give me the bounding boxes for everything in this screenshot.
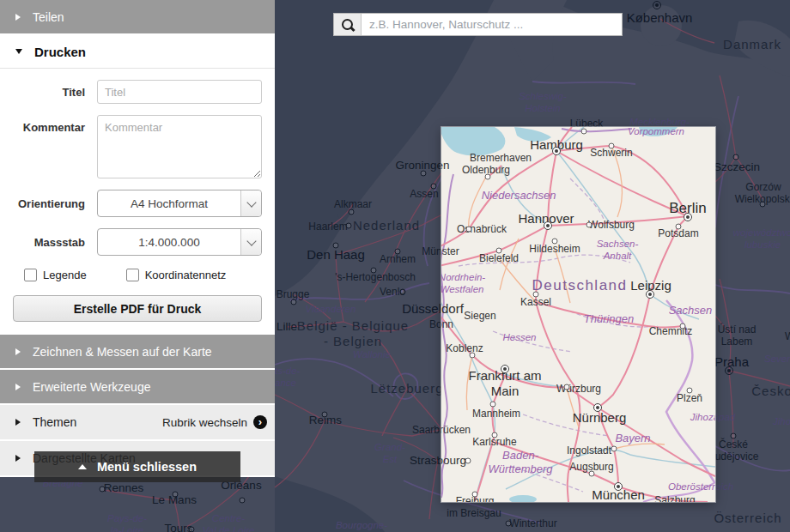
panel-label: Drucken <box>34 45 275 59</box>
panel-header-themen[interactable]: Themen Rubrik wechseln <box>0 405 275 439</box>
city-marker-icon <box>472 492 478 498</box>
city-marker-icon <box>470 353 476 359</box>
close-menu-button[interactable]: Menü schliessen <box>34 451 240 482</box>
city-marker-icon <box>333 243 339 249</box>
orientation-select[interactable]: A4 Hochformat <box>97 190 262 217</box>
legend-checkbox[interactable] <box>24 269 37 281</box>
create-pdf-button[interactable]: Erstelle PDF für Druck <box>13 295 262 322</box>
city-marker-icon <box>400 289 406 295</box>
city-marker-icon <box>552 239 558 245</box>
city-marker-icon <box>653 1 661 9</box>
city-marker-icon <box>421 171 427 177</box>
app-window: KøbenhavnDanmarkLübeckSzczecinGorzów Wie… <box>0 0 790 532</box>
city-marker-icon <box>349 209 355 215</box>
panel-header-werkzeuge[interactable]: Erweiterte Werkzeuge <box>0 370 275 403</box>
panel-label: Zeichnen & Messen auf der Karte <box>33 345 275 359</box>
city-marker-icon <box>492 432 498 438</box>
triangle-right-icon <box>15 419 21 426</box>
chevron-down-icon <box>246 236 256 245</box>
city-marker-icon <box>564 384 570 390</box>
city-marker-icon <box>533 292 539 298</box>
search-input[interactable] <box>362 14 622 35</box>
orientation-value: A4 Hochformat <box>98 190 240 216</box>
triangle-right-icon <box>15 14 21 21</box>
panel-header-teilen[interactable]: Teilen <box>0 0 275 33</box>
city-marker-icon <box>611 446 617 452</box>
sidebar-menu: Teilen Drucken Titel Kommentar Orientier… <box>0 0 275 477</box>
close-menu-label: Menü schliessen <box>97 460 197 474</box>
scale-select[interactable]: 1:4.000.000 <box>97 228 262 256</box>
city-marker-icon <box>609 143 615 149</box>
city-marker-icon <box>552 147 561 155</box>
city-marker-icon <box>490 402 496 408</box>
city-marker-icon <box>466 227 472 233</box>
dropdown-arrow <box>240 229 261 255</box>
panel-header-zeichnen[interactable]: Zeichnen & Messen auf der Karte <box>0 335 275 368</box>
city-marker-icon <box>760 202 766 208</box>
search-icon <box>342 19 353 30</box>
city-marker-icon <box>687 388 693 394</box>
city-marker-icon <box>189 527 195 532</box>
city-marker-icon <box>322 412 328 418</box>
scale-value: 1:4.000.000 <box>98 229 240 255</box>
city-marker-icon <box>684 213 692 221</box>
scale-label: Massstab <box>0 236 97 249</box>
city-marker-icon <box>544 221 552 230</box>
chevron-down-icon <box>246 197 256 207</box>
city-marker-icon <box>431 184 437 190</box>
city-marker-icon <box>676 224 682 230</box>
triangle-right-icon <box>15 348 21 355</box>
triangle-down-icon <box>15 49 22 54</box>
panel-header-drucken[interactable]: Drucken <box>0 35 275 69</box>
city-marker-icon <box>733 154 739 160</box>
panel-label: Teilen <box>33 10 275 24</box>
print-panel-body: Titel Kommentar Orientierung A4 Hochform… <box>0 80 275 335</box>
city-marker-icon <box>581 129 587 135</box>
city-marker-icon <box>725 366 733 375</box>
orientation-label: Orientierung <box>0 197 97 210</box>
city-marker-icon <box>501 365 509 373</box>
comment-textarea[interactable] <box>97 115 262 178</box>
title-input[interactable] <box>97 80 262 104</box>
city-marker-icon <box>371 268 377 274</box>
map-bright-graphics <box>441 127 715 502</box>
panel-label: Themen <box>33 415 162 429</box>
rubrik-wechseln-label: Rubrik wechseln <box>162 416 247 429</box>
title-label: Titel <box>0 86 97 99</box>
city-marker-icon <box>646 290 654 299</box>
search-button[interactable] <box>334 14 362 35</box>
city-marker-icon <box>614 482 623 491</box>
chevron-right-circle-icon <box>253 415 267 429</box>
city-marker-icon <box>173 492 179 498</box>
city-marker-icon <box>586 222 592 228</box>
city-marker-icon <box>589 471 595 477</box>
panel-label: Erweiterte Werkzeuge <box>33 380 275 394</box>
city-marker-icon <box>506 521 512 527</box>
comment-label: Kommentar <box>0 115 97 134</box>
city-marker-icon <box>496 248 502 254</box>
legend-label: Legende <box>43 269 87 281</box>
city-marker-icon <box>485 174 491 180</box>
triangle-up-icon <box>78 464 87 469</box>
city-marker-icon <box>100 487 106 493</box>
city-marker-icon <box>346 223 352 229</box>
city-marker-icon <box>593 403 602 412</box>
triangle-right-icon <box>15 384 21 390</box>
dropdown-arrow <box>240 190 261 216</box>
city-marker-icon <box>395 249 401 255</box>
city-marker-icon <box>465 458 471 464</box>
rubrik-wechseln-button[interactable]: Rubrik wechseln <box>162 415 275 429</box>
city-marker-icon <box>291 299 297 305</box>
grid-checkbox[interactable] <box>126 269 139 281</box>
search-bar <box>333 13 623 36</box>
grid-label: Koordinatennetz <box>145 269 227 281</box>
city-marker-icon <box>731 433 737 439</box>
city-marker-icon <box>240 498 246 504</box>
city-marker-icon <box>680 323 686 329</box>
triangle-right-icon <box>15 455 21 462</box>
print-preview-extent[interactable]: HamburgSchwerinBremerhavenOldenburgBerli… <box>441 127 715 502</box>
